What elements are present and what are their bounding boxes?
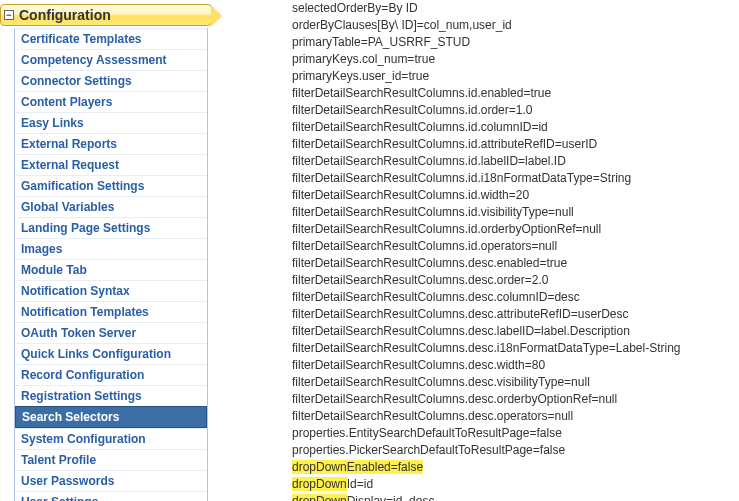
section-title: Configuration (19, 7, 111, 23)
section-header-configuration[interactable]: − Configuration (0, 4, 212, 26)
property-line: primaryTable=PA_USRRF_STUD (292, 34, 731, 51)
sidebar-item[interactable]: Easy Links (15, 112, 207, 133)
sidebar-item[interactable]: Record Configuration (15, 364, 207, 385)
sidebar-item[interactable]: Registration Settings (15, 385, 207, 406)
property-line: filterDetailSearchResultColumns.desc.ord… (292, 272, 731, 289)
sidebar-item[interactable]: Notification Syntax (15, 280, 207, 301)
sidebar-item[interactable]: Talent Profile (15, 449, 207, 470)
sidebar-item[interactable]: Search Selectors (15, 406, 207, 428)
sidebar-item[interactable]: Competency Assessment (15, 49, 207, 70)
property-line: filterDetailSearchResultColumns.id.order… (292, 221, 731, 238)
property-line: filterDetailSearchResultColumns.desc.ena… (292, 255, 731, 272)
property-line: filterDetailSearchResultColumns.id.order… (292, 102, 731, 119)
sidebar-item[interactable]: User Settings (15, 491, 207, 501)
sidebar-item[interactable]: External Request (15, 154, 207, 175)
property-line: filterDetailSearchResultColumns.id.attri… (292, 136, 731, 153)
nav-list: Certificate TemplatesCompetency Assessme… (14, 28, 208, 501)
sidebar-item[interactable]: System Configuration (15, 428, 207, 449)
property-line: filterDetailSearchResultColumns.id.label… (292, 153, 731, 170)
sidebar-item[interactable]: Images (15, 238, 207, 259)
sidebar-item[interactable]: External Reports (15, 133, 207, 154)
property-line: filterDetailSearchResultColumns.id.visib… (292, 204, 731, 221)
collapse-icon[interactable]: − (4, 10, 14, 20)
sidebar-item[interactable]: Module Tab (15, 259, 207, 280)
sidebar-item[interactable]: OAuth Token Server (15, 322, 207, 343)
property-line: filterDetailSearchResultColumns.id.width… (292, 187, 731, 204)
property-line: filterDetailSearchResultColumns.id.i18nF… (292, 170, 731, 187)
property-line: dropDownEnabled=false (292, 459, 731, 476)
property-line: filterDetailSearchResultColumns.desc.i18… (292, 340, 731, 357)
property-line: filterDetailSearchResultColumns.desc.col… (292, 289, 731, 306)
sidebar: − Configuration Certificate TemplatesCom… (0, 0, 214, 501)
property-line: filterDetailSearchResultColumns.id.enabl… (292, 85, 731, 102)
sidebar-item[interactable]: Content Players (15, 91, 207, 112)
property-line: filterDetailSearchResultColumns.desc.wid… (292, 357, 731, 374)
property-line: properties.EntitySearchDefaultToResultPa… (292, 425, 731, 442)
property-line: filterDetailSearchResultColumns.desc.ord… (292, 391, 731, 408)
property-line: properties.PickerSearchDefaultToResultPa… (292, 442, 731, 459)
sidebar-item[interactable]: Landing Page Settings (15, 217, 207, 238)
property-line: primaryKeys.col_num=true (292, 51, 731, 68)
sidebar-item[interactable]: Connector Settings (15, 70, 207, 91)
property-line: selectedOrderBy=By ID (292, 0, 731, 17)
sidebar-item[interactable]: Global Variables (15, 196, 207, 217)
property-line: orderByClauses[By\ ID]=col_num,user_id (292, 17, 731, 34)
property-line: primaryKeys.user_id=true (292, 68, 731, 85)
sidebar-item[interactable]: Certificate Templates (15, 28, 207, 49)
property-line: filterDetailSearchResultColumns.id.opera… (292, 238, 731, 255)
sidebar-item[interactable]: Quick Links Configuration (15, 343, 207, 364)
property-line: dropDownDisplay=id, desc (292, 493, 731, 501)
property-line: filterDetailSearchResultColumns.desc.lab… (292, 323, 731, 340)
sidebar-item[interactable]: Notification Templates (15, 301, 207, 322)
property-line: dropDownId=id (292, 476, 731, 493)
property-line: filterDetailSearchResultColumns.desc.att… (292, 306, 731, 323)
property-line: filterDetailSearchResultColumns.desc.ope… (292, 408, 731, 425)
property-line: filterDetailSearchResultColumns.desc.vis… (292, 374, 731, 391)
sidebar-item[interactable]: Gamification Settings (15, 175, 207, 196)
property-line: filterDetailSearchResultColumns.id.colum… (292, 119, 731, 136)
sidebar-item[interactable]: User Passwords (15, 470, 207, 491)
config-properties-panel: selectedOrderBy=By IDorderByClauses[By\ … (214, 0, 739, 501)
